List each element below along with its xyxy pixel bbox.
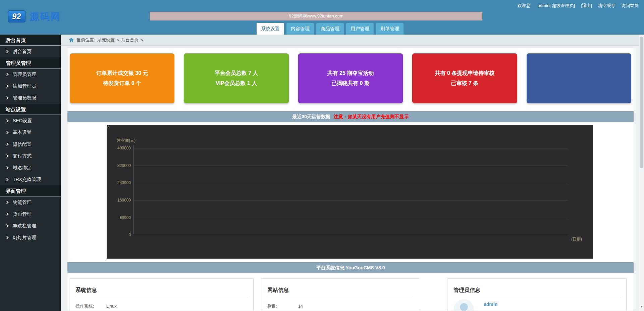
website-info-box: 网站信息 栏目: 14 xyxy=(261,278,419,311)
breadcrumb-link-home[interactable]: 后台首页 xyxy=(121,37,139,43)
system-info-title: 系统信息 xyxy=(69,279,253,294)
chevron-right-icon xyxy=(5,236,9,239)
y-tick-320000: 320000 xyxy=(107,163,131,168)
sidebar-item-domain-binding[interactable]: 域名绑定 xyxy=(0,162,61,174)
chevron-right-icon xyxy=(5,119,9,123)
y-tick-0: 0 xyxy=(107,232,131,237)
tab-product-management[interactable]: 商品管理 xyxy=(316,23,344,35)
chevron-right-icon xyxy=(5,85,9,88)
sidebar-item-label: 货币管理 xyxy=(13,208,32,220)
chevron-right-icon xyxy=(5,131,9,134)
columns-label: 栏目: xyxy=(267,303,297,309)
admin-dashboard-page: 欢迎您: admin[ 超级管理员] [退出] 清空缓存 访问首页 92 源码网… xyxy=(0,0,644,311)
y-tick-160000: 160000 xyxy=(107,198,131,203)
stat-line: 待发货订单 0 个 xyxy=(103,78,141,88)
main-nav-tabs: 系统设置 内容管理 商品管理 用户管理 刷单管理 xyxy=(257,23,404,35)
website-info-title: 网站信息 xyxy=(261,279,419,294)
gridline xyxy=(133,183,568,183)
y-tick-80000: 80000 xyxy=(107,215,131,220)
ops-band-notice: 注意：如某天没有用户充值则不显示 xyxy=(334,114,409,119)
main-panel: 订单累计成交额 30 元 待发货订单 0 个 平台会员总数 7 人 VIP会员总… xyxy=(67,48,634,311)
vertical-scrollbar[interactable]: ▼ xyxy=(639,35,644,311)
chevron-right-icon xyxy=(5,73,9,76)
site-logo[interactable]: 92 源码网 xyxy=(8,10,61,23)
stat-line: VIP会员总数 1 人 xyxy=(216,78,257,88)
tab-user-management[interactable]: 用户管理 xyxy=(346,23,374,35)
sidebar-item-logistics[interactable]: 物流管理 xyxy=(0,196,61,208)
stat-line: 已审核 7 条 xyxy=(451,78,479,88)
y-tick-400000: 400000 xyxy=(107,146,131,150)
sidebar-item-label: 支付方式 xyxy=(13,150,32,162)
sidebar-item-label: 幻灯片管理 xyxy=(13,232,36,243)
stat-line: 共有 25 期夺宝活动 xyxy=(327,68,374,78)
sidebar-item-basic-settings[interactable]: 基本设置 xyxy=(0,127,61,138)
breadcrumb: 当前位置: 系统设置 > 后台首页 > xyxy=(61,35,639,46)
chart-x-axis-title: (日期) xyxy=(571,236,582,242)
sidebar-item-payment-methods[interactable]: 支付方式 xyxy=(0,150,61,162)
chevron-right-icon xyxy=(5,96,9,100)
sidebar-item-currency[interactable]: 货币管理 xyxy=(0,208,61,220)
tab-content-management[interactable]: 内容管理 xyxy=(286,23,314,35)
breadcrumb-label: 当前位置: xyxy=(76,37,95,43)
sidebar-item-label: 短信配置 xyxy=(13,138,32,150)
sidebar-item-navbar[interactable]: 导航栏管理 xyxy=(0,220,61,232)
gridline xyxy=(133,166,568,166)
sidebar-item-add-admin[interactable]: 添加管理员 xyxy=(0,80,61,92)
tab-order-management[interactable]: 刷单管理 xyxy=(376,23,404,35)
sidebar-item-label: 管理员权限 xyxy=(13,92,36,104)
chevron-right-icon xyxy=(5,50,9,53)
top-header-bar: 欢迎您: admin[ 超级管理员] [退出] 清空缓存 访问首页 92 源码网… xyxy=(0,0,644,35)
scrollbar-down-arrow[interactable]: ▼ xyxy=(639,304,644,310)
chart-y-axis-title: 营业额(元) xyxy=(117,138,136,143)
stat-line: 平台会员总数 7 人 xyxy=(215,68,258,78)
sidebar-item-label: 基本设置 xyxy=(13,127,32,138)
gridline xyxy=(133,200,568,201)
gridline xyxy=(133,148,568,148)
tab-system-settings[interactable]: 系统设置 xyxy=(257,23,284,35)
stat-card-members: 平台会员总数 7 人 VIP会员总数 1 人 xyxy=(184,53,288,103)
breadcrumb-link-system[interactable]: 系统设置 xyxy=(97,37,115,43)
admin-profile-link[interactable]: admin xyxy=(484,302,497,307)
site-banner: 92源码网www.92luntan.com xyxy=(150,12,482,20)
gridline xyxy=(133,218,568,218)
stat-cards-row: 订单累计成交额 30 元 待发货订单 0 个 平台会员总数 7 人 VIP会员总… xyxy=(67,53,634,103)
sidebar-menu: 后台首页 后台首页 管理员管理 管理员管理 添加管理员 管理员权限 站点设置 S… xyxy=(0,35,61,311)
visit-home-link[interactable]: 访问首页 xyxy=(621,3,639,8)
scrollbar-thumb[interactable] xyxy=(640,37,643,168)
divider xyxy=(453,298,620,298)
sidebar-group-interface[interactable]: 界面管理 xyxy=(0,185,61,196)
ops-data-band: 最近30天运营数据 注意：如某天没有用户充值则不显示 xyxy=(67,111,634,122)
system-info-box: 系统信息 操作系统: Linux xyxy=(69,278,254,311)
admin-info-title: 管理员信息 xyxy=(447,279,626,294)
stat-line: 已揭晓共有 0 期 xyxy=(331,78,370,88)
sidebar-item-sms-config[interactable]: 短信配置 xyxy=(0,138,61,150)
sidebar-group-admin[interactable]: 管理员管理 xyxy=(0,57,61,69)
sidebar-item-admin-permissions[interactable]: 管理员权限 xyxy=(0,92,61,104)
sidebar-item-admin-management[interactable]: 管理员管理 xyxy=(0,69,61,80)
clear-cache-link[interactable]: 清空缓存 xyxy=(598,3,615,8)
chevron-right-icon xyxy=(5,213,9,216)
sidebar-item-home[interactable]: 后台首页 xyxy=(0,46,61,57)
os-value: Linux xyxy=(106,304,117,309)
breadcrumb-separator: > xyxy=(117,38,119,43)
sidebar-item-trx-recharge[interactable]: TRX充值管理 xyxy=(0,174,61,185)
sidebar-group-site-settings[interactable]: 站点设置 xyxy=(0,104,61,115)
admin-info-box: 管理员信息 admin xyxy=(447,278,627,311)
stat-card-lottery: 共有 25 期夺宝活动 已揭晓共有 0 期 xyxy=(298,53,403,103)
welcome-label: 欢迎您: xyxy=(517,3,532,8)
logo-92-badge: 92 xyxy=(8,10,25,23)
sidebar-group-home[interactable]: 后台首页 xyxy=(0,35,61,46)
chart-corner-glyph: 3 xyxy=(107,125,109,129)
info-row: 操作系统: Linux xyxy=(75,298,247,311)
y-tick-240000: 240000 xyxy=(107,180,131,185)
logout-link[interactable]: [退出] xyxy=(581,3,592,8)
sidebar-item-seo-settings[interactable]: SEO设置 xyxy=(0,115,61,127)
system-info-band-title: 平台系统信息 YouGouCMS V8.0 xyxy=(316,265,385,270)
admin-avatar xyxy=(453,299,474,311)
logo-text: 源码网 xyxy=(30,10,61,23)
sidebar-item-slideshow[interactable]: 幻灯片管理 xyxy=(0,232,61,243)
sidebar-item-label: 添加管理员 xyxy=(13,80,36,92)
breadcrumb-separator: > xyxy=(141,38,143,43)
sidebar-item-label: TRX充值管理 xyxy=(13,174,41,185)
chevron-right-icon xyxy=(5,178,9,181)
